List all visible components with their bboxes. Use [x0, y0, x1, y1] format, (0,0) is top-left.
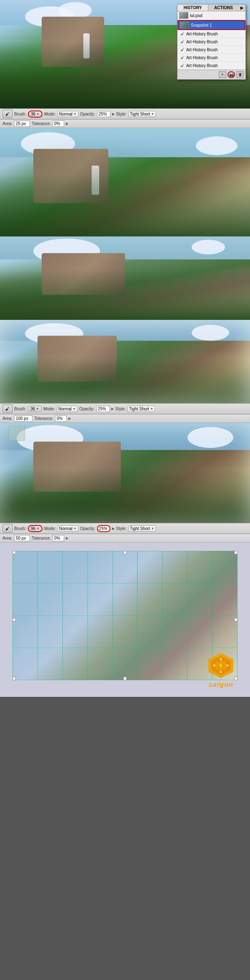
tolerance-label-3: Tolerance: [32, 536, 51, 540]
history-item-4[interactable]: 🖌 Art History Brush [178, 54, 245, 62]
opacity-label-2: Opacity: [79, 407, 95, 411]
lut-label: lut.psd [190, 13, 202, 18]
mountain-photo-4 [0, 320, 250, 403]
waterfall [83, 33, 90, 58]
style-select-1[interactable]: Tight Short ▼ [128, 111, 156, 117]
tolerance-input-1[interactable]: 0% [52, 121, 64, 127]
history-content: lut.psd Snapshot 1 🖌 Art History Brush 🖌… [178, 11, 245, 70]
history-label-1: Art History Brush [186, 32, 218, 36]
center-top-marker [123, 551, 127, 554]
area-input-2[interactable]: 100 px [14, 415, 32, 422]
lut-thumbnail [179, 12, 188, 19]
new-state-button[interactable]: + [219, 71, 226, 78]
section2-photo [0, 128, 250, 236]
tolerance-label-1: Tolerance: [32, 121, 51, 126]
art-history-brush-tool-3[interactable]: 🖌 [2, 524, 12, 533]
corner-bl [12, 677, 16, 680]
tab-history[interactable]: HISTORY [178, 5, 208, 11]
brush-icon-3: 🖌 [179, 47, 185, 53]
center-bottom-marker [123, 677, 127, 680]
mode-value-3: Normal [59, 526, 72, 531]
center-left-marker [12, 618, 16, 621]
toolbar-strip-2: 🖌 Brush: 36 ▼ Mode: Normal ▼ Opacity: 25… [0, 403, 250, 414]
area-input-1[interactable]: 25 px [14, 121, 30, 127]
tolerance-input-3[interactable]: 0% [52, 535, 64, 541]
tolerance-arrow-2: ▶ [68, 417, 71, 420]
style-select-3[interactable]: Tight Short ▼ [128, 525, 156, 532]
sargon-logo-svg [204, 651, 238, 680]
mountain-photo-2 [0, 128, 250, 236]
brush-dropdown-arrow-1: ▼ [36, 112, 40, 116]
snapshot-label: Snapshot 1 [191, 23, 212, 28]
brush-label-2: Brush: [14, 407, 26, 411]
brush-value-3[interactable]: 96 ▼ [28, 525, 42, 532]
paint-overlay-2 [0, 128, 250, 236]
tolerance-input-2[interactable]: 0% [55, 415, 67, 422]
toolbar-area-row-2: Area: 100 px Tolerance: 0% ▶ [0, 414, 250, 423]
area-label-3: Area: [2, 536, 12, 540]
history-item-3[interactable]: 🖌 Art History Brush [178, 46, 245, 54]
brush-number-1: 36 [31, 112, 35, 116]
sargon-text: sargon [208, 681, 233, 689]
brush-value-1[interactable]: 36 ▼ [28, 111, 42, 118]
style-select-2[interactable]: Tight Short ▼ [128, 406, 155, 412]
mode-select-3[interactable]: Normal ▼ [58, 525, 78, 532]
brush-icon-5: 🖌 [179, 63, 185, 68]
mode-select-2[interactable]: Normal ▼ [57, 406, 78, 412]
section3-photo [0, 236, 250, 320]
tolerance-arrow-1: ▶ [66, 122, 68, 126]
tolerance-arrow-3: ▶ [66, 536, 68, 540]
toolbar-section-2: 🖌 Brush: 36 ▼ Mode: Normal ▼ Opacity: 25… [0, 403, 250, 423]
opacity-input-3[interactable]: 25% [97, 525, 110, 532]
horizontal-guides [12, 551, 238, 680]
history-snapshot-1[interactable]: Snapshot 1 [178, 20, 245, 30]
art-history-brush-tool-2[interactable]: 🖌 [2, 405, 12, 413]
tab-actions[interactable]: ACTIONS [208, 5, 239, 11]
brush-number-3: 96 [31, 526, 35, 531]
center-right-marker [234, 618, 238, 621]
history-item-5[interactable]: 🖌 Art History Brush [178, 62, 245, 70]
guide-canvas: sargon [0, 543, 250, 697]
toolbar-area-row-3: Area: 50 px Tolerance: 0% ▶ [0, 534, 250, 543]
corner-tl [12, 551, 16, 554]
history-label-3: Art History Brush [186, 48, 218, 52]
style-arrow-1: ▼ [151, 112, 154, 116]
opacity-input-1[interactable]: 25% [97, 111, 110, 117]
history-label-2: Art History Brush [186, 40, 218, 44]
mode-select-1[interactable]: Normal ▼ [58, 111, 78, 117]
camera-button[interactable]: 📷 [228, 71, 235, 78]
tolerance-label-2: Tolerance: [34, 416, 53, 421]
brush-icon-1: 🖌 [179, 31, 185, 37]
style-arrow-3: ▼ [151, 527, 154, 530]
mode-label-1: Mode: [44, 112, 56, 116]
mountain-photo-5 [0, 423, 250, 523]
brush-label-3: Brush: [14, 526, 26, 531]
mode-label-2: Mode: [43, 407, 55, 411]
panel-menu-arrow[interactable]: ▶ [239, 5, 245, 11]
guide-overlay [12, 551, 238, 680]
style-arrow-2: ▼ [150, 407, 153, 411]
opacity-label-1: Opacity: [80, 112, 95, 116]
brush-value-2[interactable]: 36 ▼ [28, 406, 42, 412]
area-input-3[interactable]: 50 px [14, 535, 30, 541]
trees-3 [0, 270, 250, 320]
history-label-4: Art History Brush [186, 55, 218, 60]
style-label-3: Style: [116, 526, 127, 531]
area-label-2: Area: [2, 416, 12, 421]
svg-point-2 [219, 663, 223, 668]
history-label-5: Art History Brush [186, 63, 218, 68]
history-item-lut[interactable]: lut.psd [178, 11, 245, 20]
style-value-1: Tight Short [130, 112, 150, 116]
mode-arrow-1: ▼ [73, 112, 77, 116]
snow-3b [192, 240, 225, 254]
style-label-2: Style: [115, 407, 126, 411]
style-value-2: Tight Short [129, 407, 150, 411]
mode-label-3: Mode: [44, 526, 56, 531]
opacity-input-2[interactable]: 25% [96, 406, 110, 412]
history-item-2[interactable]: 🖌 Art History Brush [178, 38, 245, 46]
history-item-1[interactable]: 🖌 Art History Brush [178, 30, 245, 38]
art-history-brush-tool-1[interactable]: 🖌 [2, 110, 12, 118]
sargon-branding: sargon [204, 651, 238, 689]
delete-state-button[interactable]: 🗑 [236, 71, 244, 78]
mode-value-1: Normal [59, 112, 72, 116]
